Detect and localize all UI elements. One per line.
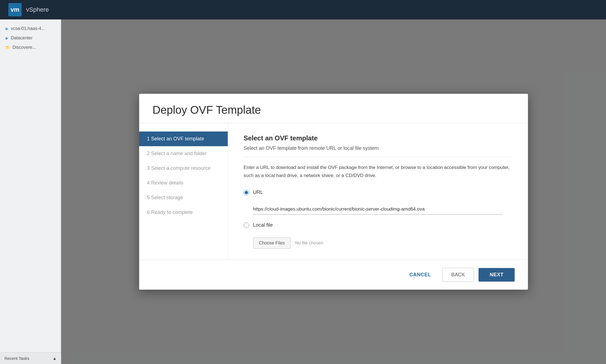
sidebar-item-datacenter[interactable]: ▶ Datacenter <box>0 33 61 43</box>
recent-tasks-bar: Recent Tasks ▲ <box>0 352 61 364</box>
next-button[interactable]: NEXT <box>479 268 515 282</box>
choose-files-button[interactable]: Choose Files <box>253 237 291 249</box>
step-4-text: 4 Review details <box>147 180 183 186</box>
recent-tasks-expand-icon[interactable]: ▲ <box>52 356 57 361</box>
step-5-text: 5 Select storage <box>147 195 183 200</box>
local-file-radio-label: Local file <box>253 222 273 228</box>
sidebar-label-discovered: Discovere... <box>12 45 36 50</box>
sidebar-label-vcsa: vcsa-01.haas-4... <box>11 26 45 31</box>
vsphere-content: ▶ vcsa-01.haas-4... ▶ Datacenter 📁 Disco… <box>0 19 606 364</box>
modal-overlay: Deploy OVF Template 1 Select an OVF temp… <box>61 19 606 364</box>
vm-logo: vm <box>8 3 22 16</box>
url-radio-input[interactable] <box>244 190 249 195</box>
vsphere-background: vm vSphere ▶ vcsa-01.haas-4... ▶ Datacen… <box>0 0 606 364</box>
deploy-ovf-modal: Deploy OVF Template 1 Select an OVF temp… <box>139 94 528 290</box>
step-2-label: 2 <box>147 151 150 156</box>
step-1-label: 1 Select an OVF template <box>147 136 204 141</box>
sidebar-item-vcsa[interactable]: ▶ vcsa-01.haas-4... <box>0 24 61 33</box>
vsphere-title: vSphere <box>26 6 49 13</box>
back-button[interactable]: BACK <box>442 268 474 282</box>
local-file-container: Choose Files No file chosen <box>253 237 512 249</box>
wizard-step-5[interactable]: 5 Select storage <box>139 190 228 205</box>
modal-footer: CANCEL BACK NEXT <box>139 260 528 290</box>
cancel-button[interactable]: CANCEL <box>403 268 438 282</box>
vsphere-sidebar: ▶ vcsa-01.haas-4... ▶ Datacenter 📁 Disco… <box>0 19 61 364</box>
modal-content-area: Select an OVF template Select an OVF tem… <box>228 123 528 260</box>
wizard-steps: 1 Select an OVF template 2 Select a name… <box>139 123 228 260</box>
modal-body: 1 Select an OVF template 2 Select a name… <box>139 123 528 260</box>
vsphere-header: vm vSphere <box>0 0 606 19</box>
server-icon: ▶ <box>6 26 9 31</box>
wizard-step-6[interactable]: 6 Ready to complete <box>139 205 228 220</box>
content-description: Enter a URL to download and install the … <box>244 164 512 180</box>
wizard-step-1[interactable]: 1 Select an OVF template <box>139 132 228 146</box>
wizard-step-4[interactable]: 4 Review details <box>139 176 228 190</box>
content-subtitle: Select an OVF template from remote URL o… <box>244 145 512 157</box>
content-title: Select an OVF template <box>244 134 512 142</box>
step-2-text: Select a name and folder <box>151 151 207 156</box>
step-3-text: 3 Select a compute resource <box>147 165 211 171</box>
folder-icon: ▶ <box>6 36 9 40</box>
local-file-radio-input[interactable] <box>244 223 249 228</box>
sidebar-label-datacenter: Datacenter <box>11 36 32 41</box>
recent-tasks-label: Recent Tasks <box>4 356 29 361</box>
url-text-input[interactable] <box>253 204 503 214</box>
no-file-text: No file chosen <box>295 241 323 246</box>
wizard-step-2[interactable]: 2 Select a name and folder <box>139 146 228 161</box>
modal-title: Deploy OVF Template <box>152 104 515 116</box>
modal-header: Deploy OVF Template <box>139 94 528 123</box>
url-input-container <box>253 204 512 214</box>
folder-icon-2: 📁 <box>6 45 10 50</box>
local-file-radio-option[interactable]: Local file <box>244 222 512 228</box>
step-6-text: 6 Ready to complete <box>147 209 193 215</box>
sidebar-item-discovered[interactable]: 📁 Discovere... <box>0 43 61 52</box>
url-radio-label: URL <box>253 189 263 195</box>
radio-group: URL Local file <box>244 189 512 249</box>
url-radio-option[interactable]: URL <box>244 189 512 195</box>
wizard-step-3[interactable]: 3 Select a compute resource <box>139 161 228 176</box>
vsphere-main: Deploy OVF Template 1 Select an OVF temp… <box>61 19 606 364</box>
